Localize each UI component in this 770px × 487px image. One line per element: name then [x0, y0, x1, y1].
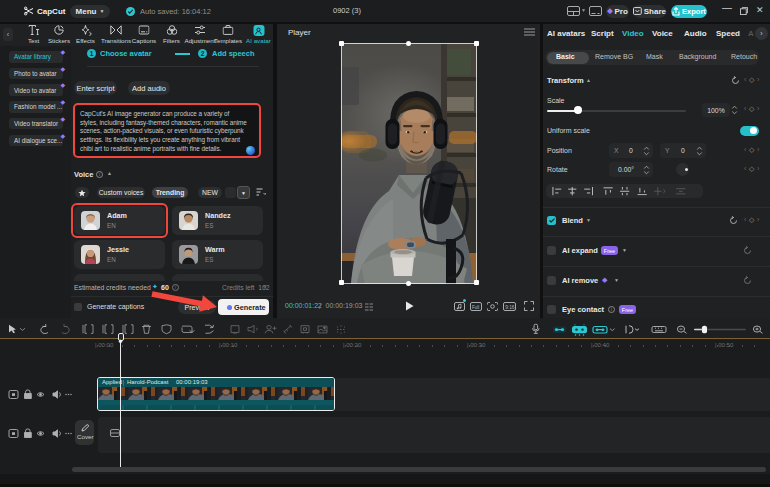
svg-text:Full: Full: [472, 305, 479, 310]
svg-text:9:16: 9:16: [505, 305, 515, 310]
